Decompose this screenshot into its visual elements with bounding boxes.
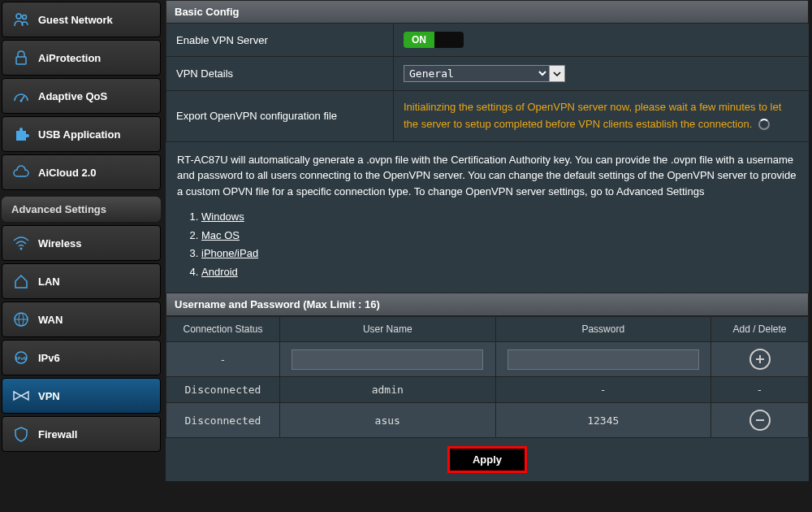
col-action: Add / Delete — [711, 317, 809, 342]
sidebar-item-label: AiCloud 2.0 — [38, 167, 97, 179]
link-windows[interactable]: Windows — [201, 210, 244, 223]
export-config-label: Export OpenVPN configuration file — [166, 91, 394, 142]
lock-icon — [12, 49, 30, 67]
loading-spinner-icon — [758, 119, 770, 130]
basic-config-header: Basic Config — [166, 0, 809, 24]
main-content: Basic Config Enable VPN Server ON VPN De… — [162, 0, 812, 512]
vpn-details-select[interactable]: General — [404, 65, 550, 82]
sidebar: Guest Network AiProtection Adaptive QoS … — [0, 0, 162, 512]
row-pass: 12345 — [495, 403, 711, 438]
platform-links-list: Windows Mac OS iPhone/iPad Android — [201, 209, 797, 280]
sidebar-item-label: Guest Network — [38, 14, 113, 26]
basic-config-table: Enable VPN Server ON VPN Details General… — [166, 24, 809, 142]
row-user: admin — [280, 377, 496, 403]
description-block: RT-AC87U will automatically generate a .… — [166, 142, 809, 293]
sidebar-item-usb-application[interactable]: USB Application — [2, 116, 161, 152]
svg-point-0 — [16, 14, 21, 19]
sidebar-item-label: AiProtection — [38, 52, 101, 64]
enable-vpn-label: Enable VPN Server — [166, 24, 394, 57]
link-android[interactable]: Android — [201, 266, 238, 278]
ipv6-icon: IPv6 — [12, 349, 30, 367]
shield-icon — [12, 425, 30, 443]
user-table-header: Username and Password (Max Limit : 16) — [166, 293, 809, 316]
sidebar-item-label: LAN — [38, 276, 60, 288]
sidebar-item-wireless[interactable]: Wireless — [2, 225, 161, 261]
col-status: Connection Status — [166, 317, 280, 342]
user-password-table: Connection Status User Name Password Add… — [166, 316, 809, 438]
export-status-text: Initialinzing the settings of OpenVPN se… — [404, 101, 781, 130]
svg-rect-2 — [16, 57, 26, 64]
sidebar-item-vpn[interactable]: VPN — [2, 378, 161, 414]
row-pass: - — [495, 377, 711, 403]
sidebar-item-label: WAN — [38, 314, 63, 326]
row-status: Disconnected — [166, 377, 280, 403]
vpn-details-label: VPN Details — [166, 57, 394, 91]
sidebar-item-label: IPv6 — [38, 352, 60, 364]
sidebar-item-aiprotection[interactable]: AiProtection — [2, 40, 161, 76]
advanced-settings-header: Advanced Settings — [2, 197, 161, 222]
input-row-status: - — [166, 342, 280, 377]
toggle-off-slot — [434, 32, 464, 48]
username-input[interactable] — [292, 349, 483, 370]
apply-button[interactable]: Apply — [447, 446, 527, 473]
vpn-icon — [12, 387, 30, 405]
cloud-icon — [12, 163, 30, 181]
svg-point-5 — [20, 248, 23, 250]
sidebar-item-adaptive-qos[interactable]: Adaptive QoS — [2, 78, 161, 114]
globe-icon — [12, 310, 30, 328]
chevron-down-icon[interactable] — [550, 65, 565, 82]
home-icon — [12, 272, 30, 290]
sidebar-item-label: VPN — [38, 390, 60, 402]
enable-vpn-toggle[interactable]: ON — [404, 32, 464, 48]
svg-point-1 — [23, 15, 27, 20]
col-username: User Name — [280, 317, 496, 342]
sidebar-item-ipv6[interactable]: IPv6 IPv6 — [2, 340, 161, 375]
col-password: Password — [495, 317, 711, 342]
link-macos[interactable]: Mac OS — [201, 229, 240, 241]
sidebar-item-label: Wireless — [38, 237, 81, 249]
svg-text:IPv6: IPv6 — [16, 356, 27, 361]
add-row-button[interactable] — [749, 349, 771, 370]
sidebar-item-label: Firewall — [38, 428, 77, 440]
row-action: - — [711, 377, 809, 403]
svg-point-4 — [20, 100, 23, 102]
link-iphone-ipad[interactable]: iPhone/iPad — [201, 247, 258, 259]
description-text: RT-AC87U will automatically generate a .… — [177, 154, 796, 197]
toggle-on-label: ON — [404, 32, 434, 48]
gauge-icon — [12, 87, 30, 105]
puzzle-icon — [12, 125, 30, 143]
row-status: Disconnected — [166, 403, 280, 438]
apply-section: Apply — [166, 438, 809, 481]
users-icon — [12, 11, 30, 28]
sidebar-item-label: USB Application — [38, 128, 120, 141]
password-input[interactable] — [508, 349, 699, 370]
sidebar-item-firewall[interactable]: Firewall — [2, 416, 161, 452]
table-row: Disconnected asus 12345 — [166, 403, 809, 438]
wifi-icon — [12, 234, 30, 252]
row-user: asus — [280, 403, 496, 438]
table-input-row: - — [166, 342, 809, 377]
sidebar-item-label: Adaptive QoS — [38, 90, 107, 102]
sidebar-item-lan[interactable]: LAN — [2, 263, 161, 299]
delete-row-button[interactable] — [749, 410, 771, 431]
sidebar-item-aicloud[interactable]: AiCloud 2.0 — [2, 154, 161, 190]
table-row: Disconnected admin - - — [166, 377, 809, 403]
sidebar-item-guest-network[interactable]: Guest Network — [2, 2, 161, 37]
sidebar-item-wan[interactable]: WAN — [2, 302, 161, 337]
